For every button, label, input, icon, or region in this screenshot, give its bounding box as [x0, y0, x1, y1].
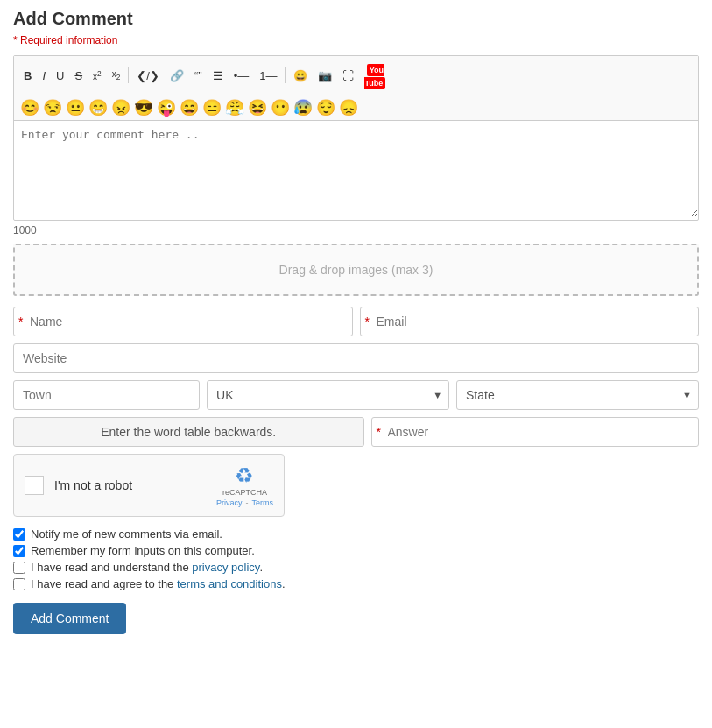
- list-ol-button[interactable]: 1—: [255, 67, 281, 85]
- emoji-btn-8[interactable]: 😄: [179, 99, 200, 117]
- char-count: 1000: [13, 224, 699, 237]
- image-dropzone[interactable]: Drag & drop images (max 3): [13, 244, 699, 296]
- emoji-btn-4[interactable]: 😁: [88, 99, 109, 117]
- recaptcha-terms-link[interactable]: Terms: [252, 498, 274, 507]
- recaptcha-container[interactable]: I'm not a robot ♻ reCAPTCHA Privacy - Te…: [13, 454, 285, 517]
- recaptcha-icon: ♻: [235, 463, 254, 488]
- code-button[interactable]: ❮/❯: [132, 67, 164, 85]
- emoji-btn-15[interactable]: 😞: [338, 99, 359, 117]
- subscript-button[interactable]: x2: [108, 67, 125, 84]
- town-group: [13, 380, 200, 410]
- recaptcha-footer: Privacy - Terms: [216, 498, 273, 507]
- town-input[interactable]: [13, 380, 200, 410]
- emoji-btn-3[interactable]: 😐: [65, 99, 86, 117]
- emoji-btn-11[interactable]: 😆: [247, 99, 268, 117]
- privacy-policy-link[interactable]: privacy policy: [192, 561, 259, 574]
- emoji-btn-7[interactable]: 😜: [156, 99, 177, 117]
- emoji-btn-10[interactable]: 😤: [224, 99, 245, 117]
- emoji-row: 😊 😒 😐 😁 😠 😎 😜 😄 😑 😤 😆 😶 😰 😌 😞: [14, 95, 698, 121]
- checkbox-row-4: I have read and agree to the terms and c…: [13, 577, 699, 590]
- country-select[interactable]: UK US CA AU DE FR Other: [207, 380, 449, 410]
- name-input[interactable]: [13, 307, 353, 336]
- checkboxes-section: Notify me of new comments via email. Rem…: [13, 527, 699, 590]
- recaptcha-brand: reCAPTCHA: [222, 488, 267, 497]
- checkbox-row-1: Notify me of new comments via email.: [13, 527, 699, 541]
- required-info-label: * Required information: [13, 34, 699, 46]
- answer-input[interactable]: [371, 417, 700, 447]
- emoji-btn-1[interactable]: 😊: [19, 99, 40, 117]
- superscript-button[interactable]: x2: [88, 67, 106, 84]
- strike-button[interactable]: S: [70, 67, 87, 85]
- recaptcha-checkbox[interactable]: [25, 476, 44, 495]
- terms-label: I have read and agree to the terms and c…: [31, 577, 286, 590]
- state-select[interactable]: State Alabama Alaska Arizona California …: [456, 380, 699, 410]
- italic-button[interactable]: I: [38, 67, 50, 85]
- website-input[interactable]: [13, 343, 699, 373]
- comment-textarea[interactable]: [14, 121, 698, 217]
- page-title: Add Comment: [13, 9, 699, 29]
- align-button[interactable]: ☰: [208, 67, 228, 85]
- name-email-row: * *: [13, 307, 699, 336]
- website-row: [13, 343, 699, 373]
- terms-link[interactable]: terms and conditions: [177, 577, 282, 590]
- notify-checkbox[interactable]: [13, 528, 25, 541]
- captcha-word-row: Enter the word table backwards. *: [13, 417, 699, 447]
- submit-button[interactable]: Add Comment: [13, 603, 126, 634]
- recaptcha-inner: I'm not a robot ♻ reCAPTCHA Privacy - Te…: [25, 463, 273, 507]
- terms-checkbox[interactable]: [13, 578, 25, 590]
- youtube-button[interactable]: YouTube: [360, 60, 390, 91]
- emoji-btn-5[interactable]: 😠: [110, 99, 131, 117]
- toolbar-separator-2: [285, 67, 286, 83]
- email-required-star: *: [365, 315, 370, 329]
- location-row: UK US CA AU DE FR Other State Alabama Al…: [13, 380, 699, 410]
- remember-label: Remember my form inputs on this computer…: [31, 544, 255, 557]
- answer-group: *: [371, 417, 700, 447]
- smiley-button[interactable]: 😀: [289, 67, 312, 85]
- name-group: *: [13, 307, 353, 336]
- emoji-btn-14[interactable]: 😌: [315, 99, 336, 117]
- recaptcha-label: I'm not a robot: [54, 478, 206, 492]
- checkbox-row-3: I have read and understand the privacy p…: [13, 561, 699, 574]
- privacy-label: I have read and understand the privacy p…: [31, 561, 263, 574]
- link-button[interactable]: 🔗: [166, 67, 188, 85]
- email-input[interactable]: [360, 307, 700, 336]
- privacy-checkbox[interactable]: [13, 562, 25, 574]
- website-group: [13, 343, 699, 373]
- bold-button[interactable]: B: [19, 67, 36, 85]
- toolbar-separator-1: [128, 67, 129, 83]
- notify-label: Notify me of new comments via email.: [31, 527, 222, 541]
- answer-required-star: *: [377, 425, 381, 439]
- recaptcha-logo: ♻ reCAPTCHA Privacy - Terms: [216, 463, 273, 507]
- emoji-btn-12[interactable]: 😶: [270, 99, 291, 117]
- photo-button[interactable]: ⛶: [338, 67, 358, 85]
- quote-button[interactable]: “”: [190, 67, 207, 85]
- captcha-word-box: Enter the word table backwards.: [13, 417, 364, 447]
- emoji-btn-2[interactable]: 😒: [42, 99, 63, 117]
- emoji-btn-9[interactable]: 😑: [201, 99, 222, 117]
- list-ul-button[interactable]: •—: [229, 67, 254, 85]
- name-required-star: *: [18, 315, 23, 329]
- dropzone-label: Drag & drop images (max 3): [279, 263, 434, 277]
- recaptcha-sep: -: [246, 498, 249, 507]
- image-button[interactable]: 📷: [314, 67, 336, 85]
- email-group: *: [360, 307, 700, 336]
- emoji-btn-13[interactable]: 😰: [293, 99, 314, 117]
- checkbox-row-2: Remember my form inputs on this computer…: [13, 544, 699, 557]
- country-select-wrapper: UK US CA AU DE FR Other: [207, 380, 449, 410]
- remember-checkbox[interactable]: [13, 545, 25, 557]
- editor-container: B I U S x2 x2 ❮/❯ 🔗 “” ☰ •— 1— 😀 📷 ⛶ You…: [13, 55, 699, 221]
- emoji-btn-6[interactable]: 😎: [133, 99, 154, 117]
- underline-button[interactable]: U: [52, 67, 68, 85]
- recaptcha-privacy-link[interactable]: Privacy: [216, 498, 243, 507]
- toolbar: B I U S x2 x2 ❮/❯ 🔗 “” ☰ •— 1— 😀 📷 ⛶ You…: [14, 56, 698, 95]
- state-select-wrapper: State Alabama Alaska Arizona California …: [456, 380, 699, 410]
